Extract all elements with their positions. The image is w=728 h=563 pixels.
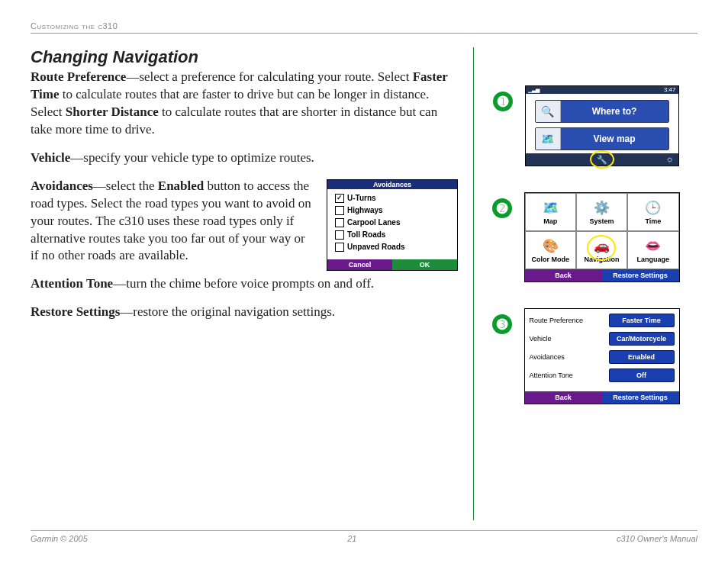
brightness-icon: ☼ bbox=[665, 154, 673, 163]
step-3: ➌ Route PreferenceFaster Time VehicleCar… bbox=[492, 308, 680, 404]
view-map-button: 🗺️ View map bbox=[535, 127, 669, 150]
term-avoidances: Avoidances bbox=[31, 179, 93, 193]
checkbox-icon bbox=[335, 206, 344, 215]
footer-copyright: Garmin © 2005 bbox=[31, 534, 88, 543]
navigation-settings-screenshot: Route PreferenceFaster Time VehicleCar/M… bbox=[524, 308, 680, 404]
para-avoidances: Avoidances—select the Enabled button to … bbox=[31, 178, 316, 265]
avoid-item: Highways bbox=[335, 206, 449, 215]
para-vehicle: Vehicle—specify your vehicle type to opt… bbox=[31, 150, 458, 167]
grid-map: 🗺️Map bbox=[525, 193, 576, 231]
running-header: Customizing the c310 bbox=[31, 21, 697, 34]
checkbox-checked-icon: ✓ bbox=[335, 194, 344, 203]
para-restore-settings: Restore Settings—restore the original na… bbox=[31, 304, 458, 321]
grid-language: 👄Language bbox=[627, 231, 678, 269]
value-button: Car/Motorcycle bbox=[609, 332, 675, 346]
avoid-item: Carpool Lanes bbox=[335, 218, 449, 227]
avoid-title: Avoidances bbox=[327, 180, 457, 189]
para-route-preference: Route Preference—select a preference for… bbox=[31, 69, 458, 139]
where-to-button: 🔍 Where to? bbox=[535, 100, 669, 123]
value-button: Faster Time bbox=[609, 314, 675, 327]
main-text-column: Changing Navigation Route Preference—sel… bbox=[31, 47, 473, 520]
step-2: ➋ 🗺️Map ⚙️System 🕒Time 🎨Color Mode 🚗Navi… bbox=[492, 192, 680, 282]
gear-icon: ⚙️ bbox=[594, 200, 610, 216]
avoid-item: Unpaved Roads bbox=[335, 243, 449, 252]
setting-row: Route PreferenceFaster Time bbox=[530, 314, 675, 327]
term-vehicle: Vehicle bbox=[31, 150, 70, 165]
restore-settings-button: Restore Settings bbox=[602, 391, 679, 404]
page-footer: Garmin © 2005 21 c310 Owner's Manual bbox=[31, 530, 697, 543]
setting-row: AvoidancesEnabled bbox=[530, 350, 675, 364]
footer-manual-title: c310 Owner's Manual bbox=[617, 534, 697, 543]
cancel-button: Cancel bbox=[327, 259, 392, 270]
checkbox-icon bbox=[335, 230, 344, 240]
value-button: Off bbox=[609, 368, 675, 382]
grid-time: 🕒Time bbox=[627, 193, 678, 231]
grid-system: ⚙️System bbox=[576, 193, 627, 231]
footer-page-number: 21 bbox=[347, 534, 356, 543]
clock-icon: 🕒 bbox=[645, 200, 661, 216]
value-button: Enabled bbox=[609, 350, 675, 364]
setting-row: VehicleCar/Motorcycle bbox=[530, 332, 675, 346]
home-screen-screenshot: ▁▃▅ 3:47 🔍 Where to? 🗺️ View map bbox=[525, 85, 679, 166]
setting-row: Attention ToneOff bbox=[530, 368, 675, 382]
checkbox-icon bbox=[335, 218, 344, 227]
term-attention-tone: Attention Tone bbox=[31, 276, 113, 291]
back-button: Back bbox=[525, 391, 602, 404]
grid-navigation: 🚗Navigation bbox=[576, 231, 627, 269]
map-icon: 🗺️ bbox=[543, 200, 559, 216]
settings-highlight-circle: 🔧 bbox=[590, 150, 614, 169]
grid-color-mode: 🎨Color Mode bbox=[525, 231, 576, 269]
ok-button: OK bbox=[392, 259, 457, 270]
para-attention-tone: Attention Tone—turn the chime before voi… bbox=[31, 275, 458, 293]
signal-icon: ▁▃▅ bbox=[528, 87, 540, 93]
avoid-item: ✓U-Turns bbox=[335, 194, 449, 203]
map-icon: 🗺️ bbox=[536, 128, 561, 150]
checkbox-icon bbox=[335, 243, 344, 252]
clock-label: 3:47 bbox=[664, 86, 676, 93]
restore-settings-button: Restore Settings bbox=[602, 269, 679, 282]
magnifier-icon: 🔍 bbox=[536, 101, 561, 122]
settings-menu-screenshot: 🗺️Map ⚙️System 🕒Time 🎨Color Mode 🚗Naviga… bbox=[524, 192, 680, 282]
term-route-preference: Route Preference bbox=[31, 69, 126, 84]
avoid-item: Toll Roads bbox=[335, 230, 449, 240]
steps-sidebar: ➊ ▁▃▅ 3:47 🔍 Where to? 🗺️ View map bbox=[474, 47, 697, 520]
lips-icon: 👄 bbox=[645, 238, 661, 254]
avoidances-screenshot: Avoidances ✓U-Turns Highways Carpool Lan… bbox=[327, 179, 458, 271]
section-heading: Changing Navigation bbox=[31, 47, 458, 67]
step-number-3: ➌ bbox=[492, 314, 512, 334]
palette-icon: 🎨 bbox=[543, 238, 559, 254]
term-restore-settings: Restore Settings bbox=[31, 304, 120, 319]
step-number-2: ➋ bbox=[492, 198, 512, 218]
step-1: ➊ ▁▃▅ 3:47 🔍 Where to? 🗺️ View map bbox=[493, 85, 679, 166]
step-number-1: ➊ bbox=[493, 92, 513, 111]
wrench-icon: 🔧 bbox=[597, 155, 607, 165]
back-button: Back bbox=[525, 269, 602, 282]
